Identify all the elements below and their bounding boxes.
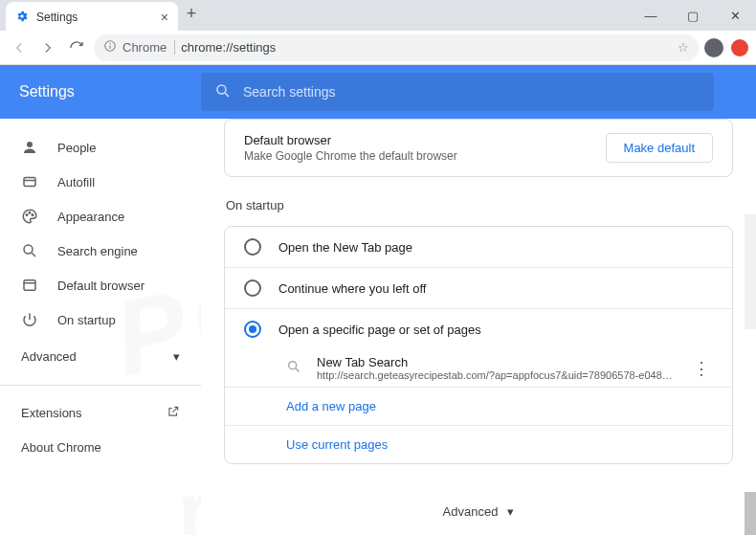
divider bbox=[0, 385, 201, 386]
startup-page-name: New Tab Search bbox=[317, 355, 675, 369]
reload-button[interactable] bbox=[65, 36, 88, 59]
startup-option-label: Open a specific page or set of pages bbox=[278, 323, 481, 337]
make-default-button[interactable]: Make default bbox=[606, 133, 713, 163]
sidebar-about[interactable]: About Chrome bbox=[0, 430, 201, 464]
sidebar-item-search-engine[interactable]: Search engine bbox=[0, 234, 201, 268]
window-titlebar: Settings × + — ▢ ✕ bbox=[0, 0, 756, 31]
omnibox-url: chrome://settings bbox=[181, 40, 276, 55]
back-button[interactable] bbox=[8, 36, 31, 59]
sidebar-item-label: Default browser bbox=[57, 279, 145, 293]
svg-point-4 bbox=[27, 142, 33, 147]
settings-search[interactable]: Search settings bbox=[201, 73, 714, 111]
search-icon bbox=[21, 242, 38, 259]
sidebar-item-label: Appearance bbox=[57, 210, 124, 224]
sidebar-item-autofill[interactable]: Autofill bbox=[0, 165, 201, 199]
new-tab-button[interactable]: + bbox=[178, 4, 205, 24]
sidebar-item-label: On startup bbox=[57, 313, 116, 327]
sidebar-extensions-label: Extensions bbox=[21, 406, 82, 420]
power-icon bbox=[21, 311, 38, 328]
sidebar-item-label: Search engine bbox=[57, 244, 138, 258]
use-current-pages-link[interactable]: Use current pages bbox=[225, 426, 732, 463]
radio-selected-icon bbox=[244, 321, 261, 338]
sidebar-about-label: About Chrome bbox=[21, 440, 101, 455]
omnibox-prefix: Chrome bbox=[122, 40, 175, 55]
svg-point-9 bbox=[24, 245, 33, 254]
startup-page-entry: New Tab Search http://search.geteasyreci… bbox=[225, 349, 732, 387]
search-icon bbox=[214, 82, 232, 102]
svg-point-6 bbox=[26, 214, 28, 216]
startup-option-label: Continue where you left off bbox=[278, 281, 426, 296]
scrollbar-track bbox=[745, 214, 756, 329]
sidebar-item-people[interactable]: People bbox=[0, 130, 201, 165]
svg-point-11 bbox=[289, 361, 297, 368]
scrollbar-thumb[interactable] bbox=[745, 492, 756, 535]
settings-title: Settings bbox=[19, 83, 182, 100]
svg-rect-10 bbox=[24, 280, 35, 291]
svg-point-7 bbox=[29, 212, 31, 214]
external-link-icon bbox=[167, 405, 180, 421]
main-content: Default browser Make Google Chrome the d… bbox=[201, 119, 756, 535]
advanced-label: Advanced bbox=[443, 504, 499, 519]
sidebar-advanced-label: Advanced bbox=[21, 349, 77, 364]
bookmark-star-icon[interactable]: ☆ bbox=[678, 40, 689, 55]
forward-button[interactable] bbox=[36, 36, 59, 59]
sidebar-item-on-startup[interactable]: On startup bbox=[0, 302, 201, 337]
add-new-page-link[interactable]: Add a new page bbox=[225, 388, 732, 425]
radio-icon bbox=[244, 238, 261, 256]
tab-title: Settings bbox=[36, 11, 78, 24]
window-maximize-button[interactable]: ▢ bbox=[672, 0, 714, 31]
browser-icon bbox=[21, 277, 38, 294]
sidebar-extensions[interactable]: Extensions bbox=[0, 395, 201, 430]
advanced-toggle-bottom[interactable]: Advanced ▾ bbox=[224, 485, 733, 535]
sidebar-item-label: People bbox=[57, 141, 96, 155]
on-startup-section-label: On startup bbox=[226, 198, 733, 212]
svg-rect-5 bbox=[24, 178, 35, 187]
address-bar[interactable]: Chrome chrome://settings ☆ bbox=[94, 34, 699, 61]
on-startup-card: Open the New Tab page Continue where you… bbox=[224, 226, 733, 464]
default-browser-card: Default browser Make Google Chrome the d… bbox=[224, 119, 733, 177]
svg-point-3 bbox=[217, 85, 226, 94]
startup-option-specific-pages[interactable]: Open a specific page or set of pages bbox=[225, 309, 732, 349]
default-browser-title: Default browser bbox=[244, 133, 457, 147]
settings-header: Settings Search settings bbox=[0, 65, 756, 119]
browser-toolbar: Chrome chrome://settings ☆ bbox=[0, 31, 756, 65]
sidebar: People Autofill Appearance Search engine… bbox=[0, 119, 201, 535]
tab-close-icon[interactable]: × bbox=[161, 10, 168, 25]
svg-rect-2 bbox=[109, 45, 110, 49]
sidebar-item-appearance[interactable]: Appearance bbox=[0, 199, 201, 234]
window-minimize-button[interactable]: — bbox=[630, 0, 672, 31]
palette-icon bbox=[21, 208, 38, 225]
browser-tab[interactable]: Settings × bbox=[6, 2, 178, 33]
svg-point-8 bbox=[32, 214, 33, 216]
chevron-down-icon: ▾ bbox=[173, 349, 180, 364]
search-icon bbox=[286, 359, 301, 378]
radio-icon bbox=[244, 279, 261, 297]
window-controls: — ▢ ✕ bbox=[630, 0, 756, 31]
window-close-button[interactable]: ✕ bbox=[714, 0, 756, 31]
gear-icon bbox=[15, 10, 29, 26]
startup-option-continue[interactable]: Continue where you left off bbox=[225, 268, 732, 308]
autofill-icon bbox=[21, 173, 38, 190]
startup-option-new-tab[interactable]: Open the New Tab page bbox=[225, 227, 732, 267]
sidebar-advanced-toggle[interactable]: Advanced ▾ bbox=[0, 337, 201, 375]
profile-avatar-icon[interactable] bbox=[704, 38, 723, 57]
page-entry-menu-button[interactable]: ⋮ bbox=[690, 358, 713, 379]
svg-point-1 bbox=[109, 43, 110, 44]
info-icon bbox=[103, 39, 117, 56]
default-browser-subtitle: Make Google Chrome the default browser bbox=[244, 149, 457, 163]
person-icon bbox=[21, 139, 38, 156]
startup-option-label: Open the New Tab page bbox=[278, 240, 412, 255]
search-placeholder: Search settings bbox=[243, 84, 336, 100]
sidebar-item-label: Autofill bbox=[57, 175, 95, 189]
sidebar-item-default-browser[interactable]: Default browser bbox=[0, 268, 201, 302]
extension-shield-icon[interactable] bbox=[731, 39, 748, 56]
chevron-down-icon: ▾ bbox=[507, 504, 514, 519]
startup-page-url: http://search.geteasyrecipestab.com/?ap=… bbox=[317, 369, 675, 381]
